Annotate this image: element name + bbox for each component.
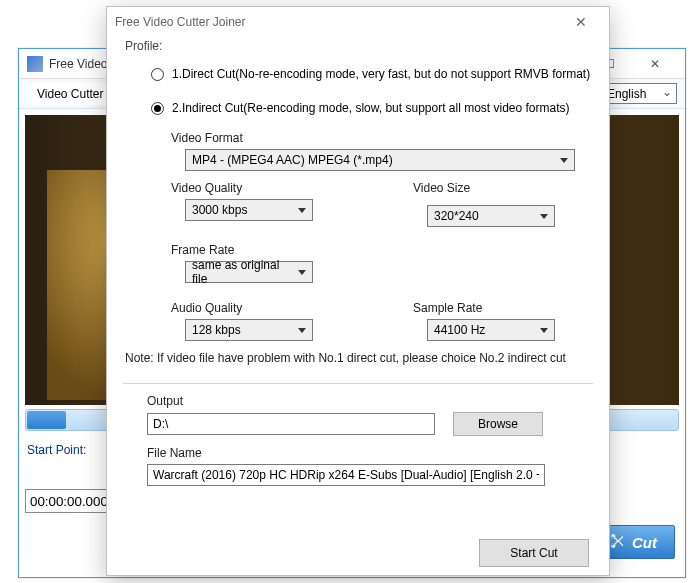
- radio-indirect-cut-label: 2.Indirect Cut(Re-encoding mode, slow, b…: [172, 101, 570, 115]
- scissors-icon: [608, 532, 626, 553]
- sample-rate-label: Sample Rate: [413, 291, 555, 319]
- video-format-select[interactable]: MP4 - (MPEG4 AAC) MPEG4 (*.mp4): [185, 149, 575, 171]
- radio-icon: [151, 102, 164, 115]
- dialog-close-button[interactable]: ✕: [561, 14, 601, 30]
- file-name-input[interactable]: [147, 464, 545, 486]
- start-cut-label: Start Cut: [510, 546, 557, 560]
- progress-fill: [27, 411, 66, 429]
- browse-button[interactable]: Browse: [453, 412, 543, 436]
- video-quality-value: 3000 kbps: [192, 203, 247, 217]
- language-select[interactable]: English: [602, 83, 677, 104]
- output-path-input[interactable]: [147, 413, 435, 435]
- audio-quality-value: 128 kbps: [192, 323, 241, 337]
- video-format-value: MP4 - (MPEG4 AAC) MPEG4 (*.mp4): [192, 153, 393, 167]
- video-quality-label: Video Quality: [171, 171, 313, 199]
- profile-label: Profile:: [125, 37, 591, 61]
- audio-quality-select[interactable]: 128 kbps: [185, 319, 313, 341]
- dialog-titlebar: Free Video Cutter Joiner ✕: [107, 7, 609, 37]
- sample-rate-value: 44100 Hz: [434, 323, 485, 337]
- radio-direct-cut-label: 1.Direct Cut(No-re-encoding mode, very f…: [172, 67, 590, 81]
- radio-direct-cut[interactable]: 1.Direct Cut(No-re-encoding mode, very f…: [125, 61, 591, 87]
- radio-indirect-cut[interactable]: 2.Indirect Cut(Re-encoding mode, slow, b…: [125, 87, 591, 121]
- close-button[interactable]: ✕: [632, 50, 677, 78]
- video-size-label: Video Size: [413, 171, 555, 199]
- audio-quality-label: Audio Quality: [171, 291, 313, 319]
- browse-button-label: Browse: [478, 417, 518, 431]
- separator: [123, 383, 593, 384]
- video-size-value: 320*240: [434, 209, 479, 223]
- frame-rate-value: same as original file: [192, 258, 292, 286]
- note-text: Note: If video file have problem with No…: [125, 341, 591, 369]
- file-name-label: File Name: [147, 436, 591, 464]
- output-label: Output: [147, 394, 591, 412]
- dialog-title: Free Video Cutter Joiner: [115, 15, 246, 29]
- language-value: English: [607, 87, 646, 101]
- video-format-label: Video Format: [171, 121, 591, 149]
- frame-rate-label: Frame Rate: [171, 227, 591, 261]
- radio-icon: [151, 68, 164, 81]
- tab-video-cutter[interactable]: Video Cutter: [27, 83, 114, 105]
- cut-button-label: Cut: [632, 534, 657, 551]
- profile-dialog: Free Video Cutter Joiner ✕ Profile: 1.Di…: [106, 6, 610, 576]
- video-size-select[interactable]: 320*240: [427, 205, 555, 227]
- app-icon: [27, 56, 43, 72]
- sample-rate-select[interactable]: 44100 Hz: [427, 319, 555, 341]
- video-quality-select[interactable]: 3000 kbps: [185, 199, 313, 221]
- start-cut-button[interactable]: Start Cut: [479, 539, 589, 567]
- frame-rate-select[interactable]: same as original file: [185, 261, 313, 283]
